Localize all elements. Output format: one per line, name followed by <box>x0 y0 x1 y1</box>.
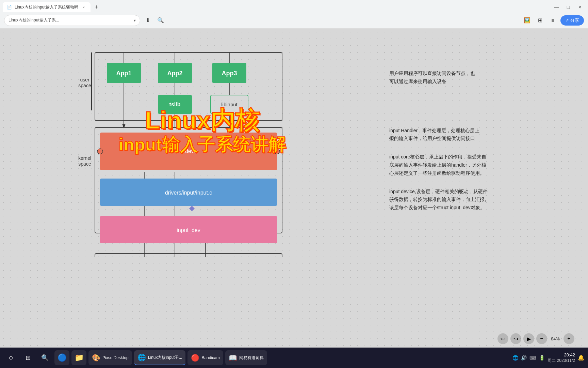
toolbar-icon-1[interactable]: 🖼️ <box>522 15 533 26</box>
tray-icon-2: 🔊 <box>521 355 527 361</box>
zoom-in-btn[interactable]: + <box>564 333 574 344</box>
dict-taskbar-app[interactable]: 📖 网易有道词典 <box>225 350 267 365</box>
address-bar: Linux内核的input输入子系... ▾ ⬇ 🔍 🖼️ ⊞ ≡ ↗ 分享 <box>0 12 588 29</box>
window-controls: — □ × <box>551 2 585 12</box>
share-label: 分享 <box>570 17 579 24</box>
tray-icon-1: 🌐 <box>512 355 518 361</box>
share-button[interactable]: ↗ 分享 <box>560 15 584 26</box>
download-btn[interactable]: ⬇ <box>142 15 153 26</box>
vscode-taskbar-btn[interactable]: 🔵 <box>54 350 69 365</box>
core-annotation: input core核心层，承上启下的作用，接受来自 底层的输入事件转发给上层的… <box>389 153 519 177</box>
libinput-label: libinput <box>221 102 238 107</box>
bandicam-icon: 🔴 <box>191 354 199 362</box>
tab-bar: 📄 Linux内核的input输入子系统驱动吗 × + — □ × <box>0 0 588 12</box>
hardware-space-box <box>95 254 282 257</box>
clock-date-day: 周二 2023/11/2 <box>548 358 575 364</box>
main-content: user space App1 App2 App3 tslib <box>0 29 588 348</box>
play-btn[interactable]: ▶ <box>523 333 534 344</box>
dropdown-icon[interactable]: ▾ <box>134 18 136 23</box>
diagram-main-area: user space App1 App2 App3 tslib <box>56 32 389 258</box>
clock-day: 周二 <box>548 358 556 363</box>
tab-favicon: 📄 <box>7 5 12 10</box>
bandicam-taskbar-app[interactable]: 🔴 Bandicam <box>187 350 223 365</box>
share-icon: ↗ <box>565 18 569 23</box>
vscode-icon: 🔵 <box>58 353 67 362</box>
search-btn[interactable]: 🔍 <box>155 15 166 26</box>
zoom-level: 84% <box>549 336 561 341</box>
user-space-label-line2: space <box>78 83 91 88</box>
user-space-annotation: 用户应用程序可以直接访问设备节点，也 可以通过库来使用输入设备 <box>389 70 519 86</box>
cursor-indicator <box>189 206 195 211</box>
redo-btn[interactable]: ↪ <box>510 333 521 344</box>
handler-left-dot <box>97 149 103 154</box>
dict-label: 网易有道词典 <box>239 355 264 361</box>
device-annotation-text: input device,设备层，硬件相关的驱动，从硬件 获得数据，转换为标准的… <box>389 188 519 212</box>
taskbar: ○ ⊞ 🔍 🔵 📁 🎨 Pixso Desktop 🌐 Linux内核input… <box>0 348 588 368</box>
app1-label: App1 <box>116 70 132 77</box>
new-tab-btn[interactable]: + <box>92 2 101 12</box>
address-input[interactable]: Linux内核的input输入子系... ▾ <box>4 15 140 26</box>
taskview-icon: ⊞ <box>26 354 31 362</box>
address-text: Linux内核的input输入子系... <box>9 17 132 23</box>
pixso-taskbar-app[interactable]: 🎨 Pixso Desktop <box>88 350 132 365</box>
handler-right-dot <box>274 149 280 154</box>
core-annotation-text: input core核心层，承上启下的作用，接受来自 底层的输入事件转发给上层的… <box>389 153 519 177</box>
pdf-bottom-controls: ↩ ↪ ▶ − 84% + <box>497 333 574 344</box>
clock-date: 2023/11/2 <box>557 358 575 363</box>
tray-icon-4: 🔋 <box>539 355 545 361</box>
toolbar-right: 🖼️ ⊞ ≡ ↗ 分享 <box>522 15 584 26</box>
browser-chrome: 📄 Linux内核的input输入子系统驱动吗 × + — □ × Linux内… <box>0 0 588 29</box>
device-annotation: input device,设备层，硬件相关的驱动，从硬件 获得数据，转换为标准的… <box>389 188 519 212</box>
chrome-label: Linux内核input子... <box>148 355 182 361</box>
evdev-label: evdev.c <box>179 148 198 154</box>
filemanager-icon: 📁 <box>75 353 84 362</box>
kernel-space-label-line1: kernel <box>78 155 91 161</box>
app2-label: App2 <box>167 70 183 77</box>
kernel-space-label-line2: space <box>78 161 91 167</box>
system-tray: 🌐 🔊 ⌨ 🔋 20:42 周二 2023/11/2 🔔 <box>512 352 585 363</box>
search-taskbar-icon: 🔍 <box>41 354 49 362</box>
search-taskbar-btn[interactable]: 🔍 <box>37 350 52 365</box>
tab-title: Linux内核的input输入子系统驱动吗 <box>15 4 78 10</box>
pixso-label: Pixso Desktop <box>102 355 129 360</box>
tray-icon-3: ⌨ <box>529 355 536 361</box>
dict-icon: 📖 <box>229 354 237 362</box>
taskview-btn[interactable]: ⊞ <box>20 350 35 365</box>
zoom-out-btn[interactable]: − <box>536 333 547 344</box>
tslib-label: tslib <box>169 102 181 107</box>
toolbar-icon-2[interactable]: ⊞ <box>535 15 545 26</box>
notification-btn[interactable]: 🔔 <box>578 354 585 361</box>
handler-annotation: input Handler，事件处理层，处理核心层上 报的输入事件，给用户空间提… <box>389 127 519 143</box>
minimize-btn[interactable]: — <box>551 2 562 12</box>
user-space-annotation-text: 用户应用程序可以直接访问设备节点，也 可以通过库来使用输入设备 <box>389 70 519 86</box>
clock-time: 20:42 <box>548 352 575 358</box>
undo-btn[interactable]: ↩ <box>497 333 508 344</box>
handler-annotation-text: input Handler，事件处理层，处理核心层上 报的输入事件，给用户空间提… <box>389 127 519 143</box>
tab-close-btn[interactable]: × <box>81 4 86 10</box>
close-btn[interactable]: × <box>574 2 585 12</box>
chrome-taskbar-app[interactable]: 🌐 Linux内核input子... <box>134 350 186 365</box>
architecture-diagram: user space App1 App2 App3 tslib <box>76 35 382 257</box>
chrome-icon: 🌐 <box>137 353 146 362</box>
active-tab[interactable]: 📄 Linux内核的input输入子系统驱动吗 × <box>3 2 91 12</box>
clock[interactable]: 20:42 周二 2023/11/2 <box>548 352 575 363</box>
annotations-panel: 用户应用程序可以直接访问设备节点，也 可以通过库来使用输入设备 input Ha… <box>389 32 519 258</box>
pixso-icon: 🎨 <box>92 354 100 362</box>
windows-search-icon: ○ <box>9 353 13 362</box>
maximize-btn[interactable]: □ <box>563 2 574 12</box>
input-dev-label: input_dev <box>177 227 200 233</box>
diagram-annotations-wrapper: user space App1 App2 App3 tslib <box>56 32 532 258</box>
bandicam-label: Bandicam <box>201 355 219 360</box>
filemanager-taskbar-btn[interactable]: 📁 <box>71 350 86 365</box>
user-space-label-line1: user <box>80 77 89 82</box>
input-core-label: drivers/input/input.c <box>165 190 212 196</box>
app3-label: App3 <box>222 70 237 77</box>
toolbar-icon-3[interactable]: ≡ <box>548 15 558 26</box>
start-search-btn[interactable]: ○ <box>3 350 18 365</box>
